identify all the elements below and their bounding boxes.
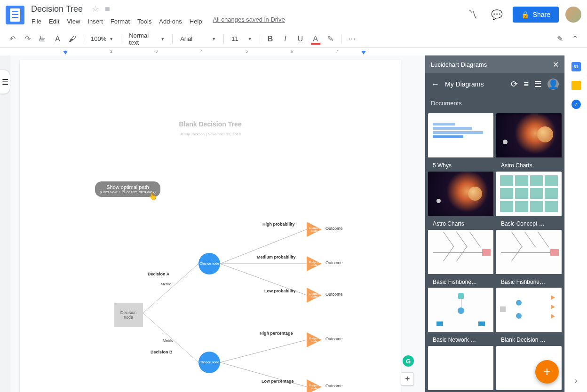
zoom-select[interactable]: 100%▼ [87,33,117,44]
tile-basic-network[interactable]: Basic Network … [428,288,493,343]
endpoint-node[interactable]: Endpoint node [307,256,322,271]
comments-icon[interactable]: 💬 [488,6,506,24]
tile-basic-fishbone-2[interactable]: Basic Fishbone… [496,230,562,285]
doc-title[interactable]: Decision Tree [28,3,86,15]
sort-icon[interactable]: ≡ [524,79,529,89]
indent-marker-right[interactable] [361,51,366,55]
activity-icon[interactable]: 〽 [464,6,482,24]
tile-blank-decision[interactable]: Blank Decision … [496,288,562,343]
text-color-button[interactable]: A [309,32,322,46]
paint-format-button[interactable]: 🖌 [66,32,79,46]
ruler-tick: 7 [336,49,338,54]
expand-rail-icon[interactable]: › [571,376,581,385]
font-size-select[interactable]: 11▼ [228,33,255,44]
document-grid[interactable]: 5 Whys Astro Charts Astro Charts Basic C… [425,111,564,392]
bold-button[interactable]: B [264,32,277,46]
back-arrow-icon[interactable]: ← [431,79,439,89]
tasks-icon[interactable]: ✓ [571,100,581,109]
sidepanel-nav: ← My Diagrams ⟳ ≡ ☰ 👤 [425,73,564,95]
endpoint-node[interactable]: Endpoint node [307,222,322,237]
menu-tools[interactable]: Tools [134,16,155,27]
highlight-button[interactable]: ✎ [324,32,337,46]
label-low-prob: Low probability [264,289,296,293]
label-outcome: Outcome [325,384,343,388]
label-outcome: Outcome [325,292,343,297]
explore-button[interactable]: ✦ [401,372,414,385]
doc-heading: Blank Decision Tree Jenny Jackson | Nove… [20,60,401,136]
account-icon[interactable]: 👤 [547,78,559,90]
ruler-tick: 5 [246,49,248,54]
ruler-tick: 6 [291,49,293,54]
sidepanel-nav-title: My Diagrams [445,80,505,88]
move-folder-icon[interactable]: ■ [105,4,110,14]
redo-button[interactable]: ↷ [21,32,34,46]
undo-button[interactable]: ↶ [6,32,19,46]
label-decision-b: Decision B [151,350,173,354]
decision-tree-diagram: Decision node Decision A Metric Decision… [114,211,377,392]
doc-heading-title: Blank Decision Tree [20,120,401,128]
label-low-pct: Low percentage [262,379,294,384]
font-select[interactable]: Arial▼ [176,33,220,44]
save-status[interactable]: All changes saved in Drive [213,16,285,27]
label-decision-a: Decision A [148,272,169,276]
grammarly-icon[interactable]: G [403,355,414,367]
spellcheck-button[interactable]: A̲ [51,32,64,46]
chance-node-b[interactable]: Chance node [198,352,220,373]
print-button[interactable]: 🖶 [36,32,49,46]
menu-help[interactable]: Help [186,16,206,27]
keep-icon[interactable] [571,81,581,90]
chance-node-a[interactable]: Chance node [198,253,220,274]
endpoint-node[interactable]: Endpoint node [307,379,322,392]
label-metric-a: Metric [161,282,171,286]
fab-add-button[interactable]: + [535,360,559,384]
editing-mode-button[interactable]: ✎ [553,32,566,46]
doc-byline: Jenny Jackson | November 19, 2018 [20,132,401,136]
underline-button[interactable]: U [294,32,307,46]
tile-basic-fishbone[interactable]: Basic Fishbone… [428,230,493,285]
share-button[interactable]: 🔒 Share [513,7,559,23]
endpoint-node[interactable]: Endpoint node [307,288,322,303]
menu-edit[interactable]: Edit [46,16,63,27]
ruler-tick: 2 [110,49,112,54]
star-icon[interactable]: ☆ [92,4,99,14]
right-rail: 31 ✓ › [564,55,587,392]
collapse-panel-button[interactable]: ⌃ [568,32,581,46]
close-icon[interactable]: ✕ [553,60,559,69]
label-high-prob: High probability [262,222,295,227]
document-area[interactable]: Show optimal path (Hold Shift + ⌘ or Ctr… [10,55,425,392]
tile-astro-charts-2[interactable]: Astro Charts [428,172,493,227]
user-avatar[interactable] [565,7,581,23]
style-select[interactable]: Normal text▼ [125,30,168,48]
menu-file[interactable]: File [28,16,45,27]
italic-button[interactable]: I [279,32,292,46]
label-med-prob: Medium probability [257,255,296,259]
share-label: Share [533,11,550,18]
endpoint-node[interactable]: Endpoint node [307,332,322,347]
list-view-icon[interactable]: ☰ [534,79,542,89]
horizontal-ruler[interactable]: 1 2 3 4 5 6 7 [0,48,587,55]
ruler-tick: 4 [200,49,203,54]
tile-astro-charts[interactable]: Astro Charts [496,113,562,169]
sidepanel-title: Lucidchart Diagrams [431,61,487,68]
tooltip-sub: (Hold Shift + ⌘ or Ctrl, then click) [100,190,156,194]
sidepanel-header: Lucidchart Diagrams ✕ [425,55,564,73]
tile-5-whys[interactable]: 5 Whys [428,113,493,169]
lock-icon: 🔒 [521,11,529,18]
tile-basic-concept[interactable]: Basic Concept … [496,172,562,227]
refresh-icon[interactable]: ⟳ [511,79,518,89]
menu-view[interactable]: View [63,16,83,27]
tile-more[interactable] [428,346,493,390]
calendar-icon[interactable]: 31 [571,62,581,71]
app-header: Decision Tree ☆ ■ File Edit View Insert … [0,0,587,30]
label-outcome: Outcome [325,260,343,265]
menu-insert[interactable]: Insert [84,16,106,27]
outline-tab[interactable]: ☰ [0,70,10,94]
toolbar: ↶ ↷ 🖶 A̲ 🖌 100%▼ Normal text▼ Arial▼ 11▼… [0,30,587,48]
menu-addons[interactable]: Add-ons [156,16,185,27]
decision-node[interactable]: Decision node [114,303,143,327]
svg-line-0 [143,264,198,313]
menu-format[interactable]: Format [107,16,133,27]
label-outcome: Outcome [325,226,343,231]
more-tools-button[interactable]: ⋯ [345,32,358,46]
docs-logo-icon[interactable] [6,6,24,24]
